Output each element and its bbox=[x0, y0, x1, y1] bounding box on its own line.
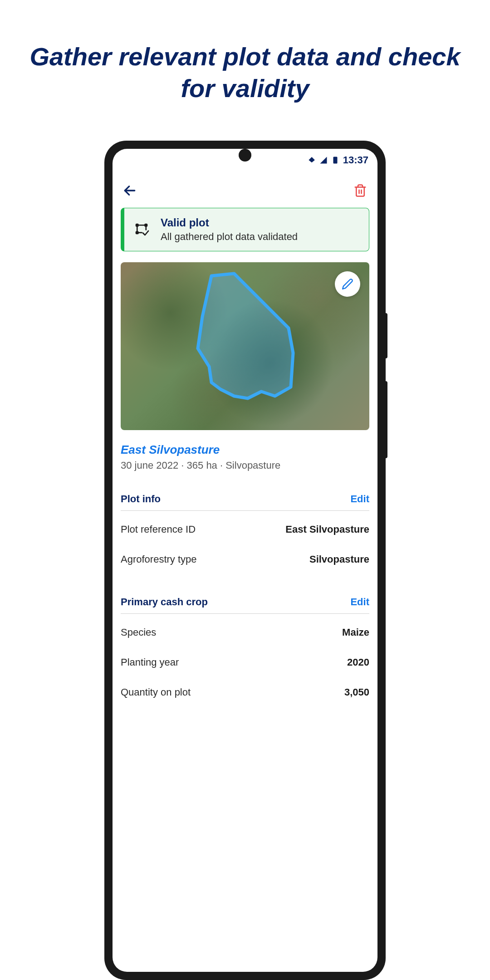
plot-meta: 30 june 2022 · 365 ha · Silvopasture bbox=[121, 460, 369, 471]
svg-rect-5 bbox=[145, 224, 147, 226]
plot-boundary-polygon bbox=[121, 262, 369, 430]
back-button[interactable] bbox=[122, 182, 138, 199]
svg-rect-4 bbox=[136, 224, 138, 226]
primary-crop-title: Primary cash crop bbox=[121, 596, 208, 608]
app-header bbox=[113, 170, 377, 208]
phone-volume-button bbox=[386, 381, 387, 458]
trash-icon bbox=[353, 184, 367, 197]
info-value: Silvopasture bbox=[309, 554, 369, 565]
edit-map-button[interactable] bbox=[335, 271, 360, 297]
battery-icon bbox=[330, 156, 340, 164]
info-value: 3,050 bbox=[344, 686, 369, 698]
validation-title: Valid plot bbox=[161, 216, 298, 229]
plot-validated-icon bbox=[133, 221, 150, 238]
info-row: Planting year 2020 bbox=[121, 657, 369, 668]
info-label: Planting year bbox=[121, 657, 179, 668]
info-label: Species bbox=[121, 627, 156, 638]
info-value: Maize bbox=[342, 627, 369, 638]
info-value: 2020 bbox=[347, 657, 369, 668]
info-row: Plot reference ID East Silvopasture bbox=[121, 524, 369, 535]
phone-frame: 13:37 bbox=[104, 141, 386, 980]
cellular-signal-icon bbox=[318, 156, 328, 164]
content-area: Valid plot All gathered plot data valida… bbox=[113, 208, 377, 698]
edit-primary-crop-button[interactable]: Edit bbox=[350, 596, 369, 608]
info-row: Agroforestry type Silvopasture bbox=[121, 554, 369, 565]
wifi-icon bbox=[307, 156, 317, 164]
plot-map[interactable] bbox=[121, 262, 369, 430]
svg-rect-0 bbox=[333, 157, 337, 164]
pencil-icon bbox=[342, 278, 353, 290]
validation-banner: Valid plot All gathered plot data valida… bbox=[121, 208, 369, 251]
info-row: Quantity on plot 3,050 bbox=[121, 686, 369, 698]
phone-power-button bbox=[386, 313, 387, 358]
marketing-headline: Gather relevant plot data and check for … bbox=[0, 0, 490, 132]
delete-button[interactable] bbox=[352, 182, 368, 199]
info-label: Quantity on plot bbox=[121, 686, 191, 698]
status-icons bbox=[307, 156, 340, 164]
info-label: Agroforestry type bbox=[121, 554, 197, 565]
info-row: Species Maize bbox=[121, 627, 369, 638]
plot-info-section-header: Plot info Edit bbox=[121, 493, 369, 511]
validation-subtitle: All gathered plot data validated bbox=[161, 231, 298, 243]
phone-screen: 13:37 bbox=[113, 149, 377, 972]
arrow-left-icon bbox=[122, 183, 137, 198]
validation-text: Valid plot All gathered plot data valida… bbox=[161, 216, 298, 243]
plot-info-title: Plot info bbox=[121, 493, 161, 505]
status-time: 13:37 bbox=[343, 154, 368, 166]
info-value: East Silvopasture bbox=[285, 524, 369, 535]
svg-rect-6 bbox=[136, 232, 138, 234]
phone-camera-notch bbox=[239, 149, 251, 162]
plot-title: East Silvopasture bbox=[121, 443, 369, 457]
primary-crop-section-header: Primary cash crop Edit bbox=[121, 596, 369, 614]
info-label: Plot reference ID bbox=[121, 524, 196, 535]
edit-plot-info-button[interactable]: Edit bbox=[350, 493, 369, 505]
